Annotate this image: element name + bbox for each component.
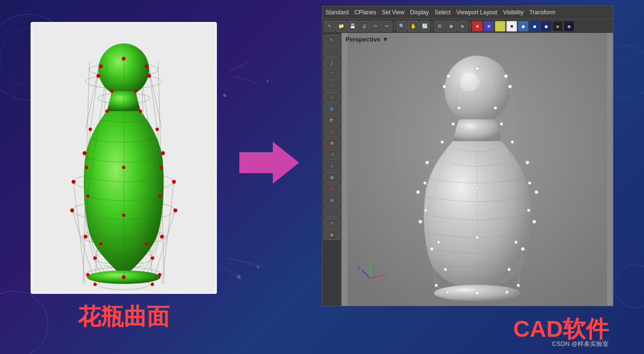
toolbar-print-icon[interactable]: 🖨 (359, 21, 369, 31)
svg-point-65 (150, 283, 154, 286)
svg-point-134 (515, 240, 518, 244)
svg-point-66 (93, 283, 97, 286)
svg-point-53 (83, 151, 86, 155)
svg-text:y: y (372, 260, 375, 265)
svg-point-70 (85, 166, 88, 169)
toolbar-dark-2[interactable]: ● (564, 21, 574, 31)
arrow-body (239, 152, 273, 173)
svg-point-118 (419, 220, 422, 224)
svg-point-123 (517, 284, 520, 287)
svg-point-122 (444, 268, 447, 271)
menu-visibility[interactable]: Visibility (503, 9, 524, 16)
svg-point-60 (150, 257, 154, 260)
svg-point-135 (437, 240, 440, 244)
toolbar-color2[interactable]: ■ (483, 21, 494, 31)
svg-point-117 (532, 220, 536, 224)
svg-point-73 (145, 242, 148, 246)
svg-point-55 (72, 180, 75, 184)
svg-point-127 (446, 291, 450, 294)
svg-point-125 (475, 291, 479, 295)
svg-point-111 (511, 140, 514, 144)
svg-point-104 (447, 74, 451, 78)
toolbar-shade-icon[interactable]: ◈ (457, 21, 468, 31)
svg-point-50 (155, 128, 159, 131)
toolbar-color4[interactable]: ■ (506, 21, 517, 31)
svg-point-49 (105, 110, 108, 113)
toolbar-render-icon[interactable]: ◉ (446, 21, 456, 31)
cad-content: ↖ · ╱ ⌒ ◜ ○ ▣ ◩ ⬡ ⬢ ⊣ ⊹ ⊞ ⊕ ⊘ ◈ ✓ (322, 33, 613, 306)
svg-point-74 (99, 242, 102, 246)
menu-viewport-layout[interactable]: Viewport Layout (456, 9, 497, 16)
toolbar-sep-1 (394, 22, 395, 31)
left-tool-arc[interactable]: ◜ (324, 81, 340, 91)
left-tool-misc[interactable]: ◆ (324, 229, 340, 240)
left-tool-boolean[interactable]: ⊕ (324, 184, 340, 194)
toolbar-blue-dot[interactable]: ● (529, 21, 540, 31)
svg-point-133 (424, 208, 428, 212)
toolbar-sep-2 (432, 22, 432, 31)
left-tool-circle[interactable]: ○ (324, 92, 340, 103)
left-tool-surface[interactable]: ◩ (324, 115, 340, 125)
toolbar-zoom-icon[interactable]: 🔍 (397, 21, 407, 31)
arrow-container (239, 142, 299, 184)
toolbar-color3[interactable]: ■ (495, 21, 505, 31)
left-tool-line[interactable]: ╱ (324, 58, 340, 68)
left-tool-dim[interactable]: ⊣ (324, 149, 340, 160)
left-tool-render2[interactable]: ◈ (324, 207, 340, 217)
svg-point-41 (122, 57, 126, 61)
svg-point-56 (173, 208, 177, 212)
left-tool-curve[interactable]: ⌒ (324, 69, 340, 80)
svg-point-128 (476, 186, 479, 189)
toolbar-undo-icon[interactable]: ↩ (382, 21, 392, 31)
arrow-head (273, 142, 299, 184)
toolbar-open-icon[interactable]: 📁 (336, 21, 346, 31)
toolbar-save-icon[interactable]: 💾 (347, 21, 358, 31)
left-panel: 花瓶曲面 (31, 22, 217, 332)
toolbar-dark-blue[interactable]: ● (541, 21, 551, 31)
toolbar-color1[interactable]: ■ (472, 21, 483, 31)
viewport-svg: x y z (342, 33, 613, 306)
svg-point-105 (508, 85, 512, 89)
toolbar-dark-1[interactable]: ● (552, 21, 563, 31)
menu-select[interactable]: Select (435, 9, 451, 16)
left-tool-solid[interactable]: ⬡ (324, 126, 340, 137)
cad-menubar: Standard CPlanes Set View Display Select… (322, 6, 613, 19)
toolbar-cut-icon[interactable]: ✂ (370, 21, 381, 31)
svg-point-57 (70, 208, 74, 212)
svg-point-116 (416, 190, 420, 194)
menu-cplanes[interactable]: CPlanes (354, 9, 376, 16)
svg-point-100 (460, 73, 480, 91)
svg-point-61 (93, 257, 97, 260)
menu-setview[interactable]: Set View (382, 9, 404, 16)
svg-point-43 (99, 64, 103, 68)
cad-window: Standard CPlanes Set View Display Select… (322, 6, 613, 306)
svg-text:x: x (385, 272, 388, 277)
svg-point-48 (139, 110, 142, 113)
svg-point-64 (122, 275, 126, 279)
svg-point-45 (97, 74, 100, 78)
svg-point-114 (425, 161, 429, 165)
toolbar-grid-icon[interactable]: ⊞ (434, 21, 445, 31)
toolbar-pan-icon[interactable]: ✋ (408, 21, 419, 31)
menu-standard[interactable]: Standard (325, 9, 349, 16)
viewport-name: Perspective (345, 36, 380, 43)
left-tool-mesh[interactable]: ⬢ (324, 138, 340, 148)
toolbar-sphere-icon[interactable]: ● (518, 21, 528, 31)
menu-display[interactable]: Display (410, 9, 429, 16)
left-tool-3d[interactable]: ▣ (324, 104, 340, 114)
toolbar-cursor-icon[interactable]: ↖ (324, 21, 335, 31)
left-tool-array[interactable]: ⊞ (324, 172, 340, 183)
left-tool-check[interactable]: ✓ (324, 218, 340, 229)
left-tool-select[interactable]: ↖ (324, 35, 340, 45)
viewport-arrow[interactable]: ▼ (382, 36, 388, 43)
menu-transform[interactable]: Transform (529, 9, 555, 16)
toolbar-rotate-icon[interactable]: 🔄 (419, 21, 430, 31)
svg-point-68 (122, 214, 125, 217)
svg-point-103 (504, 74, 508, 78)
left-tool-point[interactable]: · (324, 46, 340, 57)
vase-image-container (31, 22, 217, 294)
cad-left-toolbar: ↖ · ╱ ⌒ ◜ ○ ▣ ◩ ⬡ ⬢ ⊣ ⊹ ⊞ ⊕ ⊘ ◈ ✓ (322, 33, 342, 306)
left-tool-transform[interactable]: ⊹ (324, 161, 340, 171)
left-tool-analyze[interactable]: ⊘ (324, 195, 340, 206)
svg-text:z: z (357, 265, 360, 271)
